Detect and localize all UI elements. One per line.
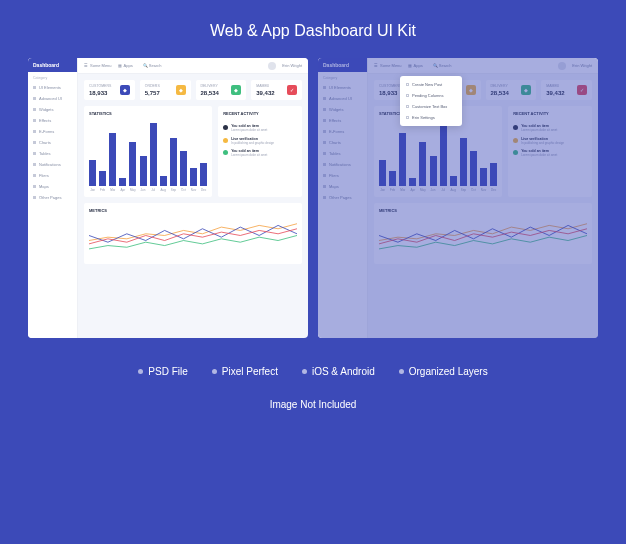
- cart-icon: ◆: [466, 85, 476, 95]
- search-input[interactable]: 🔍 Search: [433, 63, 553, 68]
- sidebar-item-fliers[interactable]: Fliers: [28, 170, 77, 181]
- square-icon: [33, 119, 36, 122]
- sidebar-item-advanced-ui[interactable]: Advanced UI: [318, 93, 367, 104]
- line-chart: [379, 217, 587, 259]
- square-icon: [406, 116, 409, 119]
- sidebar-brand: Dashboard: [318, 58, 367, 72]
- activity-card: RECENT ACTIVITY You sold an itemLorem ip…: [218, 106, 302, 197]
- sidebar-item-widgets[interactable]: Widgets: [28, 104, 77, 115]
- tab-apps[interactable]: ▦ Apps: [118, 63, 133, 68]
- metric-value: 39,432: [546, 90, 564, 96]
- metric-value: 5,757: [145, 90, 160, 96]
- metric-delivery[interactable]: DELIVERY28,534◆: [486, 80, 537, 100]
- square-icon: [323, 196, 326, 199]
- feature-label: iOS & Android: [312, 366, 375, 377]
- user-avatar[interactable]: [558, 62, 566, 70]
- metric-orders[interactable]: ORDERS5,757◆: [140, 80, 191, 100]
- tab-some-menu[interactable]: ☰ Some Menu: [374, 63, 402, 68]
- sidebar-item-label: Effects: [329, 118, 341, 123]
- metric-label: CUSTOMERS: [89, 84, 111, 88]
- square-icon: [406, 83, 409, 86]
- square-icon: [33, 174, 36, 177]
- sidebar-category-label: Category: [28, 72, 77, 82]
- dropdown-menu: Create New Post Pending Columns Customiz…: [400, 76, 462, 126]
- sidebar-item-label: Maps: [329, 184, 339, 189]
- dot-icon: [223, 150, 228, 155]
- search-input[interactable]: 🔍 Search: [143, 63, 263, 68]
- sidebar-item-maps[interactable]: Maps: [318, 181, 367, 192]
- activity-item[interactable]: You sold an itemLorem ipsum dolor sit am…: [223, 149, 297, 158]
- tab-label: Apps: [414, 63, 423, 68]
- sidebar-item-ui-elements[interactable]: UI Elements: [28, 82, 77, 93]
- activity-card: RECENT ACTIVITY You sold an itemLorem ip…: [508, 106, 592, 197]
- screens-row: Dashboard Category UI Elements Advanced …: [10, 58, 616, 338]
- tab-some-menu[interactable]: ☰ Some Menu: [84, 63, 112, 68]
- sidebar-item-notifications[interactable]: Notifications: [318, 159, 367, 170]
- sidebar-item-label: Maps: [39, 184, 49, 189]
- user-avatar[interactable]: [268, 62, 276, 70]
- feature-label: Pixel Perfect: [222, 366, 278, 377]
- tab-label: Some Menu: [90, 63, 112, 68]
- sidebar-item-label: Widgets: [39, 107, 53, 112]
- truck-icon: ◆: [231, 85, 241, 95]
- sidebar-item-advanced-ui[interactable]: Advanced UI: [28, 93, 77, 104]
- square-icon: [323, 108, 326, 111]
- sidebar-item-maps[interactable]: Maps: [28, 181, 77, 192]
- sidebar-item-effects[interactable]: Effects: [318, 115, 367, 126]
- dropdown-item-customize-text[interactable]: Customize Text Box: [400, 101, 462, 112]
- activity-item-sub: Lorem ipsum dolor sit amet: [231, 129, 267, 133]
- sidebar-item-charts[interactable]: Charts: [28, 137, 77, 148]
- sidebar-item-charts[interactable]: Charts: [318, 137, 367, 148]
- activity-item[interactable]: You sold an itemLorem ipsum dolor sit am…: [223, 124, 297, 133]
- dashboard-screen-light: Dashboard Category UI Elements Advanced …: [28, 58, 308, 338]
- sidebar-item-tables[interactable]: Tables: [28, 148, 77, 159]
- metric-value: 28,534: [491, 90, 509, 96]
- dot-icon: [513, 138, 518, 143]
- activity-item[interactable]: You sold an itemLorem ipsum dolor sit am…: [513, 149, 587, 158]
- sidebar-item-fliers[interactable]: Fliers: [318, 170, 367, 181]
- square-icon: [33, 152, 36, 155]
- activity-item-sub: In publishing and graphic design: [521, 142, 564, 146]
- dropdown-item-pending-columns[interactable]: Pending Columns: [400, 90, 462, 101]
- metrics-chart-title: METRICS: [379, 208, 587, 213]
- sidebar-item-label: Advanced UI: [39, 96, 62, 101]
- dashboard-screen-dropdown: Dashboard Category UI Elements Advanced …: [318, 58, 598, 338]
- bullet-icon: [212, 369, 217, 374]
- metric-delivery[interactable]: DELIVERY28,534◆: [196, 80, 247, 100]
- metric-mambu[interactable]: MAMBU39,432✓: [251, 80, 302, 100]
- sidebar-item-effects[interactable]: Effects: [28, 115, 77, 126]
- dropdown-item-create-post[interactable]: Create New Post: [400, 79, 462, 90]
- metric-customers[interactable]: CUSTOMERS18,933◆: [84, 80, 135, 100]
- sidebar-item-eforms[interactable]: E-Forms: [318, 126, 367, 137]
- sidebar-item-notifications[interactable]: Notifications: [28, 159, 77, 170]
- sidebar-item-tables[interactable]: Tables: [318, 148, 367, 159]
- dot-icon: [513, 125, 518, 130]
- activity-item-sub: Lorem ipsum dolor sit amet: [521, 129, 557, 133]
- sidebar-item-eforms[interactable]: E-Forms: [28, 126, 77, 137]
- tab-label: Apps: [124, 63, 133, 68]
- dropdown-item-settings[interactable]: Erin Settings: [400, 112, 462, 123]
- activity-item[interactable]: Live verificationIn publishing and graph…: [513, 137, 587, 146]
- search-placeholder: Search: [439, 63, 452, 68]
- activity-item[interactable]: You sold an itemLorem ipsum dolor sit am…: [513, 124, 587, 133]
- page-title: Web & App Dashboard UI Kit: [210, 22, 416, 40]
- tab-apps[interactable]: ▦ Apps: [408, 63, 423, 68]
- activity-item-sub: Lorem ipsum dolor sit amet: [521, 154, 557, 158]
- square-icon: [323, 141, 326, 144]
- topbar: ☰ Some Menu ▦ Apps 🔍 Search Erin Wright: [368, 58, 598, 74]
- tab-label: Some Menu: [380, 63, 402, 68]
- activity-item-sub: Lorem ipsum dolor sit amet: [231, 154, 267, 158]
- activity-item[interactable]: Live verificationIn publishing and graph…: [223, 137, 297, 146]
- metric-mambu[interactable]: MAMBU39,432✓: [541, 80, 592, 100]
- square-icon: [33, 163, 36, 166]
- sidebar-item-other-pages[interactable]: Other Pages: [318, 192, 367, 203]
- sidebar-brand: Dashboard: [28, 58, 77, 72]
- metric-label: ORDERS: [145, 84, 160, 88]
- sidebar: Dashboard Category UI Elements Advanced …: [318, 58, 368, 338]
- sidebar: Dashboard Category UI Elements Advanced …: [28, 58, 78, 338]
- square-icon: [323, 86, 326, 89]
- sidebar-item-ui-elements[interactable]: UI Elements: [318, 82, 367, 93]
- sidebar-item-other-pages[interactable]: Other Pages: [28, 192, 77, 203]
- sidebar-item-widgets[interactable]: Widgets: [318, 104, 367, 115]
- sidebar-item-label: Tables: [329, 151, 341, 156]
